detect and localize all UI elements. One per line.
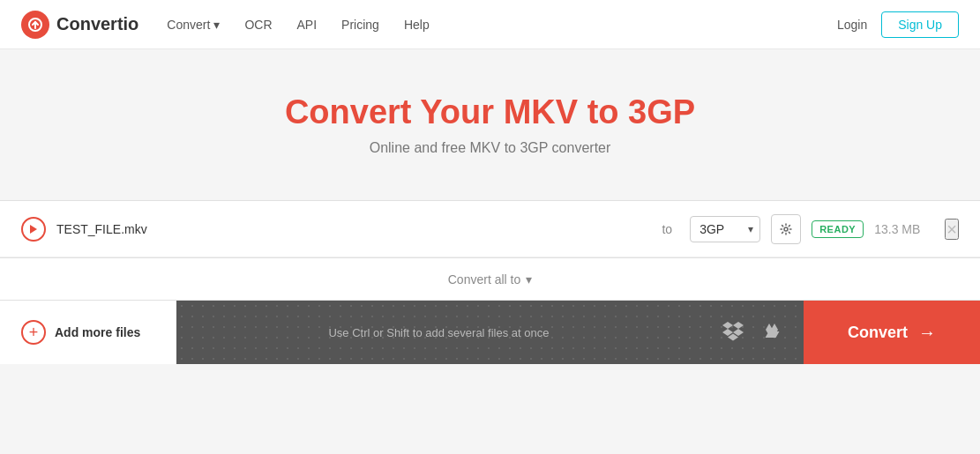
- format-selector[interactable]: 3GP MP4 AVI MOV: [690, 216, 760, 242]
- logo[interactable]: Convertio: [21, 11, 138, 39]
- logo-text: Convertio: [56, 14, 138, 34]
- gear-icon: [780, 223, 792, 235]
- nav-pricing[interactable]: Pricing: [341, 18, 379, 32]
- format-select[interactable]: 3GP MP4 AVI MOV: [690, 216, 760, 242]
- add-files-label: Add more files: [55, 325, 140, 339]
- navbar-left: Convertio Convert ▾ OCR API Pricing Help: [21, 11, 837, 39]
- bottom-bar: + Add more files Use Ctrl or Shift to ad…: [0, 301, 980, 364]
- hero-subtitle: Online and free MKV to 3GP converter: [18, 140, 962, 156]
- navbar: Convertio Convert ▾ OCR API Pricing Help…: [0, 0, 980, 49]
- convert-all-bar[interactable]: Convert all to ▾: [0, 258, 980, 301]
- signup-button[interactable]: Sign Up: [881, 11, 959, 38]
- settings-button[interactable]: [771, 214, 801, 244]
- nav-api[interactable]: API: [297, 18, 318, 32]
- dropbox-icon[interactable]: [722, 320, 744, 346]
- hero-section: Convert Your MKV to 3GP Online and free …: [0, 49, 980, 200]
- chevron-down-icon: ▾: [213, 18, 220, 32]
- hint-text: Use Ctrl or Shift to add several files a…: [176, 326, 701, 339]
- play-icon: [21, 217, 46, 242]
- remove-file-button[interactable]: ×: [945, 219, 959, 240]
- table-row: TEST_FILE.mkv to 3GP MP4 AVI MOV READY 1…: [0, 201, 980, 257]
- cloud-icons: [701, 320, 804, 346]
- convert-button[interactable]: Convert →: [804, 301, 980, 364]
- plus-icon: +: [21, 320, 46, 345]
- arrow-right-icon: →: [918, 323, 936, 343]
- hero-title: Convert Your MKV to 3GP: [18, 93, 962, 131]
- login-button[interactable]: Login: [837, 18, 867, 32]
- status-badge: READY: [812, 220, 864, 238]
- convert-label: Convert: [848, 324, 908, 342]
- nav-help[interactable]: Help: [404, 18, 430, 32]
- nav-ocr[interactable]: OCR: [244, 18, 272, 32]
- nav-convert[interactable]: Convert ▾: [167, 18, 220, 32]
- bottom-middle: Use Ctrl or Shift to add several files a…: [176, 301, 804, 364]
- logo-icon: [21, 11, 49, 39]
- nav-items: Convert ▾ OCR API Pricing Help: [167, 18, 429, 32]
- convert-all-text[interactable]: Convert all to ▾: [448, 272, 532, 287]
- navbar-right: Login Sign Up: [837, 11, 959, 38]
- google-drive-icon[interactable]: [761, 320, 782, 346]
- svg-point-1: [784, 227, 788, 231]
- file-size: 13.3 MB: [874, 222, 920, 236]
- chevron-down-icon: ▾: [526, 272, 532, 287]
- add-files-section[interactable]: + Add more files: [0, 301, 176, 364]
- file-name: TEST_FILE.mkv: [56, 222, 644, 236]
- file-list: TEST_FILE.mkv to 3GP MP4 AVI MOV READY 1…: [0, 200, 980, 258]
- to-label: to: [662, 222, 672, 236]
